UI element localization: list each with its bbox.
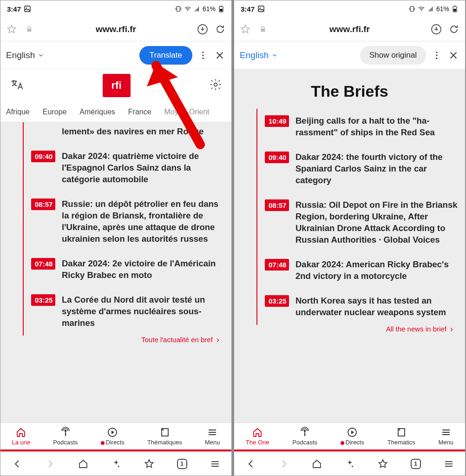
time-badge: 10:49 bbox=[265, 115, 289, 127]
svg-point-25 bbox=[436, 57, 437, 59]
nav-the-one[interactable]: The One bbox=[246, 427, 269, 446]
sparkle-icon[interactable] bbox=[344, 458, 356, 470]
download-icon[interactable] bbox=[197, 24, 208, 35]
language-select[interactable]: English bbox=[6, 50, 44, 60]
more-options-icon[interactable] bbox=[197, 49, 209, 61]
status-bar: 3:47 61% bbox=[0, 0, 231, 17]
time-badge: 07:48 bbox=[265, 259, 289, 271]
tabs-icon[interactable]: 1 bbox=[410, 458, 422, 470]
nav-thematiques[interactable]: Thématiques bbox=[147, 427, 182, 446]
language-select[interactable]: English bbox=[240, 50, 278, 60]
bookmark-star-icon[interactable] bbox=[377, 458, 389, 470]
tab-europe[interactable]: Europe bbox=[43, 108, 67, 116]
site-tabs[interactable]: Afrique Europe Amériques France Moyen-Or… bbox=[0, 102, 231, 122]
wifi-icon bbox=[184, 5, 191, 13]
gear-icon[interactable] bbox=[209, 78, 222, 93]
svg-point-24 bbox=[436, 54, 437, 56]
chevron-right-icon bbox=[448, 326, 455, 333]
svg-point-11 bbox=[214, 83, 217, 86]
brief-item[interactable]: 07:48 Dakar 2024: 2e victoire de l'Amé­r… bbox=[23, 251, 231, 288]
content-area[interactable]: lement» des navires en mer Rouge 09:40 D… bbox=[0, 122, 231, 423]
brief-item[interactable]: 10:49 Beijing calls for a halt to the "h… bbox=[256, 109, 465, 145]
close-icon[interactable] bbox=[447, 49, 459, 61]
svg-point-8 bbox=[202, 51, 203, 53]
back-icon[interactable] bbox=[11, 458, 23, 470]
play-circle-icon bbox=[347, 427, 358, 438]
browser-url-bar[interactable]: www.rfi.fr bbox=[0, 17, 231, 41]
translate-mode-icon[interactable] bbox=[10, 78, 24, 93]
status-bar: 3:47 61% bbox=[234, 0, 465, 17]
signal-icon bbox=[193, 5, 201, 13]
wifi-icon bbox=[418, 5, 425, 13]
star-icon[interactable] bbox=[6, 24, 17, 35]
lock-icon bbox=[24, 24, 35, 35]
show-original-button[interactable]: Show original bbox=[360, 46, 426, 65]
content-area[interactable]: The Briefs 10:49 Beijing calls for a hal… bbox=[234, 69, 465, 423]
rfi-logo[interactable]: rfi bbox=[103, 74, 131, 97]
brief-item[interactable]: 08:57 Russia: Oil Depot on Fire in the B… bbox=[256, 193, 465, 252]
close-icon[interactable] bbox=[214, 49, 226, 61]
nav-la-une[interactable]: La une bbox=[12, 427, 30, 446]
translate-bar: English Show original bbox=[234, 41, 465, 69]
phone-left: 3:47 61% www.rfi.fr English bbox=[0, 0, 232, 476]
brief-item[interactable]: 03:25 La Corée du Nord dit avoir testé u… bbox=[23, 288, 231, 336]
tab-ameriques[interactable]: Amériques bbox=[79, 108, 115, 116]
brief-item[interactable]: 03:25 North Korea says it has tested an … bbox=[256, 289, 465, 325]
browser-menu-icon[interactable] bbox=[209, 458, 221, 470]
nav-directs[interactable]: Directs bbox=[101, 427, 125, 446]
url-text[interactable]: www.rfi.fr bbox=[275, 24, 424, 34]
browser-home-icon[interactable] bbox=[77, 458, 89, 470]
brief-item[interactable]: lement» des navires en mer Rouge bbox=[23, 122, 231, 144]
nav-menu[interactable]: Menu bbox=[439, 427, 454, 446]
svg-rect-19 bbox=[453, 9, 456, 11]
forward-icon[interactable] bbox=[44, 458, 56, 470]
lock-icon bbox=[257, 24, 269, 35]
gallery-icon bbox=[257, 5, 265, 13]
nav-thematics[interactable]: Thematics bbox=[387, 427, 415, 446]
home-icon bbox=[252, 427, 263, 438]
nav-directs[interactable]: Directs bbox=[341, 427, 364, 446]
nav-podcasts[interactable]: Podcasts bbox=[292, 427, 317, 446]
browser-home-icon[interactable] bbox=[311, 458, 323, 470]
time-badge: 09:40 bbox=[31, 151, 55, 162]
tab-france[interactable]: France bbox=[128, 108, 151, 116]
forward-icon[interactable] bbox=[278, 458, 290, 470]
nav-menu[interactable]: Menu bbox=[205, 427, 220, 446]
svg-rect-21 bbox=[261, 28, 265, 32]
more-link[interactable]: All the news in brief bbox=[234, 325, 465, 333]
svg-rect-20 bbox=[454, 6, 456, 6]
translate-button[interactable]: Translate bbox=[139, 46, 192, 65]
section-title: The Briefs bbox=[234, 69, 465, 109]
battery-percent: 61% bbox=[203, 5, 216, 13]
nav-podcasts[interactable]: Podcasts bbox=[53, 427, 78, 446]
menu-icon bbox=[207, 427, 218, 438]
brief-item[interactable]: 09:40 Dakar 2024: quatrième victoire de … bbox=[23, 144, 231, 192]
brief-item[interactable]: 09:40 Dakar 2024: the fourth victory of … bbox=[256, 145, 465, 193]
svg-point-26 bbox=[304, 430, 306, 432]
tab-moyen-orient[interactable]: Moyen-Orient bbox=[164, 108, 210, 116]
brief-item[interactable]: 08:57 Russie: un dépôt pétrolier en feu … bbox=[23, 192, 231, 251]
download-icon[interactable] bbox=[431, 24, 442, 35]
more-options-icon[interactable] bbox=[431, 49, 443, 61]
brief-item[interactable]: 07:48 Dakar 2024: American Ricky Bra­bec… bbox=[256, 252, 465, 289]
more-link[interactable]: Toute l'actualité en bref bbox=[0, 336, 231, 344]
star-icon[interactable] bbox=[240, 24, 251, 35]
bookmark-star-icon[interactable] bbox=[143, 458, 155, 470]
svg-rect-4 bbox=[220, 9, 222, 11]
sparkle-icon[interactable] bbox=[110, 458, 122, 470]
back-icon[interactable] bbox=[245, 458, 257, 470]
site-bottom-nav: The One Podcasts Directs Thematics Menu bbox=[234, 423, 465, 451]
vibrate-icon bbox=[175, 5, 182, 13]
browser-menu-icon[interactable] bbox=[443, 458, 455, 470]
svg-point-1 bbox=[26, 7, 27, 8]
tab-afrique[interactable]: Afrique bbox=[6, 108, 30, 116]
svg-point-9 bbox=[202, 54, 203, 56]
reload-icon[interactable] bbox=[215, 24, 226, 35]
brief-text: Dakar 2024: quatrième victoire de l'Espa… bbox=[62, 151, 224, 185]
url-text[interactable]: www.rfi.fr bbox=[41, 24, 190, 34]
tabs-icon[interactable]: 1 bbox=[176, 458, 188, 470]
brief-text: Russia: Oil Depot on Fire in the Briansk… bbox=[295, 199, 458, 246]
svg-point-17 bbox=[421, 10, 422, 11]
browser-url-bar[interactable]: www.rfi.fr bbox=[234, 17, 465, 41]
reload-icon[interactable] bbox=[448, 24, 459, 35]
